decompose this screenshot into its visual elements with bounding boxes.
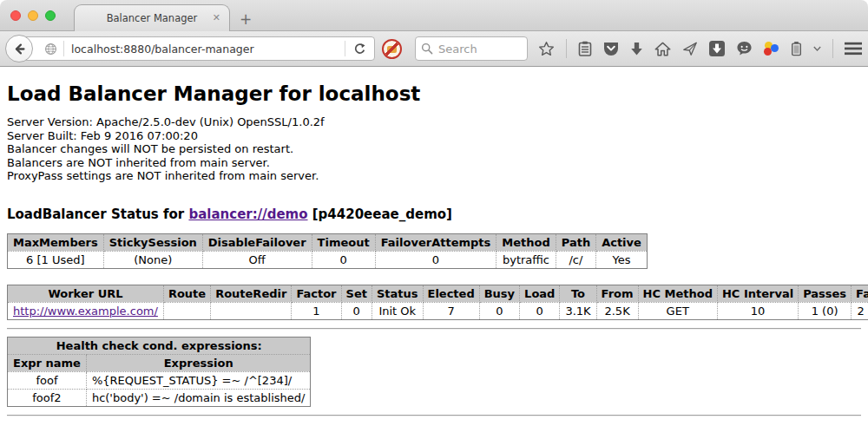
column-header: Busy (479, 285, 519, 302)
cell-hc-method: GET (638, 302, 717, 319)
search-bar[interactable] (415, 36, 528, 61)
column-header: Passes (799, 285, 852, 302)
url-bar[interactable]: localhost:8880/balancer-manager (21, 36, 375, 61)
table-row: http://www.example.com/ 1 0 Init Ok 7 0 … (8, 302, 868, 319)
downloads-icon[interactable] (630, 42, 643, 56)
table-row: 6 [1 Used] (None) Off 0 0 bytraffic /c/ … (8, 251, 648, 268)
reload-icon (353, 43, 366, 56)
column-header: From (596, 285, 638, 302)
column-header: Load (520, 285, 560, 302)
worker-table: Worker URL Route RouteRedir Factor Set S… (7, 285, 868, 320)
cell-expression: %{REQUEST_STATUS} =~ /^[234]/ (86, 371, 311, 389)
column-header: Set (341, 285, 372, 302)
column-header: Timeout (312, 233, 375, 251)
search-icon (421, 43, 433, 55)
persist-notice-line: Balancer changes will NOT be persisted o… (7, 142, 861, 156)
cell-hc-interval: 10 (717, 302, 798, 319)
video-download-icon[interactable] (709, 41, 725, 56)
column-header: StickySession (103, 233, 202, 251)
column-header: Path (556, 233, 595, 251)
loadbalancer-status-heading: LoadBalancer Status for balancer://demo … (7, 206, 861, 222)
worker-url-link[interactable]: http://www.example.com/ (13, 305, 158, 318)
tab-balancer-manager[interactable]: Balancer Manager ✕ (74, 4, 230, 31)
cell-status: Init Ok (372, 302, 423, 319)
reload-button[interactable] (345, 43, 374, 56)
toolbar-icons (538, 31, 868, 66)
cell-expr-name: foof2 (8, 389, 87, 406)
browser-window: Balancer Manager ✕ + localhost:8880/bala… (0, 0, 868, 426)
column-header: FailoverAttempts (375, 233, 496, 251)
cell-busy: 0 (479, 302, 519, 319)
cell-route (163, 302, 210, 319)
pocket-icon[interactable] (603, 41, 619, 56)
cell-disablefailover: Off (202, 251, 312, 268)
cell-elected: 7 (423, 302, 479, 319)
balancer-demo-link[interactable]: balancer://demo (188, 206, 307, 222)
balancer-status-table: MaxMembers StickySession DisableFailover… (7, 233, 648, 269)
minimize-window-button[interactable] (28, 10, 38, 21)
status-heading-prefix: LoadBalancer Status for (7, 206, 188, 222)
block-plugin-icon[interactable] (382, 39, 402, 59)
tab-title: Balancer Manager (107, 12, 198, 24)
column-header: Status (372, 285, 423, 302)
search-input[interactable] (438, 43, 516, 56)
cell-active: Yes (596, 251, 648, 268)
column-header: DisableFailover (202, 233, 312, 251)
tab-bar: Balancer Manager ✕ + (0, 0, 868, 31)
column-header: Elected (423, 285, 479, 302)
health-table-title: Health check cond. expressions: (8, 337, 311, 354)
globe-icon (44, 43, 57, 56)
chat-icon[interactable] (736, 41, 753, 56)
column-header: MaxMembers (8, 233, 104, 251)
column-header: HC Method (638, 285, 717, 302)
cell-from: 2.5K (596, 302, 638, 319)
divider (7, 415, 861, 416)
column-header: Fails (852, 285, 868, 302)
health-check-table: Health check cond. expressions: Expr nam… (7, 337, 311, 407)
cell-maxmembers: 6 [1 Used] (8, 251, 104, 268)
toolbar-divider (566, 39, 567, 58)
urlbar-divider (63, 41, 64, 56)
cell-path: /c/ (556, 251, 595, 268)
url-text[interactable]: localhost:8880/balancer-manager (71, 43, 345, 56)
table-header-row: MaxMembers StickySession DisableFailover… (8, 233, 648, 251)
table-row: foof %{REQUEST_STATUS} =~ /^[234]/ (8, 371, 311, 389)
menu-icon[interactable] (845, 42, 862, 56)
proxypass-notice-line: ProxyPass settings are NOT inherited fro… (7, 169, 861, 183)
table-header-row: Worker URL Route RouteRedir Factor Set S… (8, 285, 868, 302)
cell-timeout: 0 (312, 251, 375, 268)
cell-passes: 1 (0) (799, 302, 852, 319)
new-tab-button[interactable]: + (240, 12, 252, 27)
column-header: Factor (292, 285, 341, 302)
toolbar-divider (832, 39, 833, 58)
zoom-window-button[interactable] (45, 10, 56, 21)
divider (7, 328, 861, 330)
colordots-addon-icon[interactable] (764, 42, 779, 56)
column-header: Route (163, 285, 210, 302)
close-window-button[interactable] (10, 10, 21, 21)
clipboard-icon[interactable] (578, 41, 592, 56)
bookmark-star-icon[interactable] (538, 41, 555, 57)
column-header: Method (496, 233, 556, 251)
inherit-notice-line: Balancers are NOT inherited from main se… (7, 156, 861, 170)
cell-stickysession: (None) (103, 251, 202, 268)
column-header: Expression (86, 354, 311, 371)
cell-load: 0 (520, 302, 560, 319)
table-title-row: Health check cond. expressions: (8, 337, 311, 354)
page-title: Load Balancer Manager for localhost (7, 82, 861, 105)
tab-close-icon[interactable]: ✕ (213, 13, 220, 23)
chevron-down-icon[interactable] (813, 46, 821, 51)
server-version-line: Server Version: Apache/2.5.0-dev (Unix) … (7, 115, 861, 129)
back-button[interactable] (5, 35, 33, 62)
column-header: Active (596, 233, 648, 251)
cell-to: 3.1K (560, 302, 596, 319)
send-icon[interactable] (682, 41, 698, 56)
cell-fails: 2 (0) (852, 302, 868, 319)
home-icon[interactable] (654, 42, 671, 56)
server-info: Server Version: Apache/2.5.0-dev (Unix) … (7, 115, 861, 183)
cell-failoverattempts: 0 (375, 251, 496, 268)
cell-expr-name: foof (8, 371, 87, 389)
battery-icon[interactable] (791, 41, 802, 56)
cell-method: bytraffic (496, 251, 556, 268)
traffic-lights (10, 10, 56, 21)
